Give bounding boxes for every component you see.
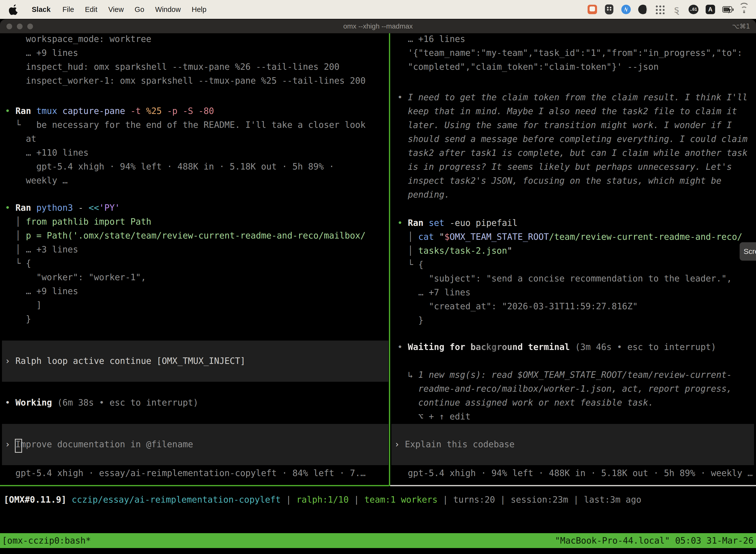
omx-status-bar: [OMX#0.11.9] cczip/essay/ai-reimplementa… bbox=[4, 493, 641, 507]
left-working-status: • Working (6m 38s • esc to interrupt) bbox=[5, 396, 198, 409]
right-mailbox-message: ↳ 1 new msg(s): read $OMX_TEAM_STATE_ROO… bbox=[397, 368, 732, 424]
tmux-status-bar: [omx-cczip0:bash* "MacBook-Pro-44.local"… bbox=[0, 533, 756, 548]
menu-item-view[interactable]: View bbox=[108, 5, 124, 14]
apple-logo-icon[interactable] bbox=[9, 4, 19, 15]
menu-items[interactable]: SlackFileEditViewGoWindowHelp bbox=[26, 5, 212, 14]
menu-item-go[interactable]: Go bbox=[135, 5, 144, 14]
menu-item-edit[interactable]: Edit bbox=[85, 5, 98, 14]
grid-shield-icon[interactable] bbox=[604, 4, 614, 14]
menubar-status-icons: ȿ ..61 A bbox=[587, 4, 749, 14]
chat-app-icon[interactable] bbox=[587, 4, 597, 14]
tmux-session-name[interactable]: [omx-cczip0:bash* bbox=[2, 533, 91, 548]
right-cat-command-block: • Ran set -euo pipefail │ cat "$OMX_TEAM… bbox=[397, 216, 742, 327]
menu-item-file[interactable]: File bbox=[63, 5, 74, 14]
right-json-tail-output: … +16 lines '{"team_name":"my-team","tas… bbox=[397, 32, 742, 74]
tmux-pane-divider[interactable] bbox=[389, 33, 390, 486]
right-prompt-input[interactable]: › Explain this codebase bbox=[391, 424, 754, 465]
menu-bar: SlackFileEditViewGoWindowHelp ȿ ..61 A bbox=[0, 0, 756, 19]
compass-icon[interactable] bbox=[621, 4, 631, 14]
left-session-status-line: gpt-5.4 xhigh · essay/ai-reimplementatio… bbox=[5, 466, 366, 480]
window-shortcut-hint: ⌥⌘1 bbox=[732, 22, 750, 30]
terminal-window: omx --xhigh --madmax ⌥⌘1 workspace_mode:… bbox=[0, 19, 756, 554]
left-python-command-block: • Ran python3 - <<'PY' │ from pathlib im… bbox=[5, 201, 366, 326]
right-waiting-status: • Waiting for background terminal (3m 46… bbox=[397, 340, 716, 354]
menu-item-window[interactable]: Window bbox=[155, 5, 181, 14]
badge-61-icon[interactable]: ..61 bbox=[689, 4, 698, 14]
wifi-icon[interactable] bbox=[739, 4, 749, 14]
crescent-disk-icon[interactable] bbox=[638, 4, 648, 14]
screen-edge-tooltip: Scre bbox=[740, 242, 756, 261]
left-pane-border bbox=[0, 485, 389, 486]
left-tmux-command-block: • Ran tmux capture-pane -t %25 -p -S -80… bbox=[5, 104, 366, 187]
menu-item-help[interactable]: Help bbox=[192, 5, 207, 14]
right-pane-border bbox=[390, 485, 756, 486]
battery-icon[interactable] bbox=[722, 4, 732, 14]
window-titlebar[interactable]: omx --xhigh --madmax ⌥⌘1 bbox=[0, 19, 756, 33]
right-thinking-text: • I need to get the claim token from the… bbox=[397, 90, 748, 202]
right-session-status-line: gpt-5.4 xhigh · 94% left · 488K in · 5.1… bbox=[397, 466, 753, 480]
window-title: omx --xhigh --madmax bbox=[0, 22, 756, 30]
left-intro-output: workspace_mode: worktree … +9 lines insp… bbox=[5, 32, 366, 88]
s-curve-icon[interactable]: ȿ bbox=[672, 4, 682, 14]
ralph-loop-banner: › Ralph loop active continue [OMX_TMUX_I… bbox=[2, 340, 388, 382]
menu-item-slack[interactable]: Slack bbox=[32, 5, 51, 14]
keyboard-layout-icon[interactable]: A bbox=[705, 4, 715, 14]
dots-grid-icon[interactable] bbox=[655, 4, 665, 14]
tmux-host-clock: "MacBook-Pro-44.local" 05:03 31-Mar-26 bbox=[555, 533, 754, 548]
left-prompt-input[interactable]: › Improve documentation in @filename bbox=[2, 424, 388, 465]
